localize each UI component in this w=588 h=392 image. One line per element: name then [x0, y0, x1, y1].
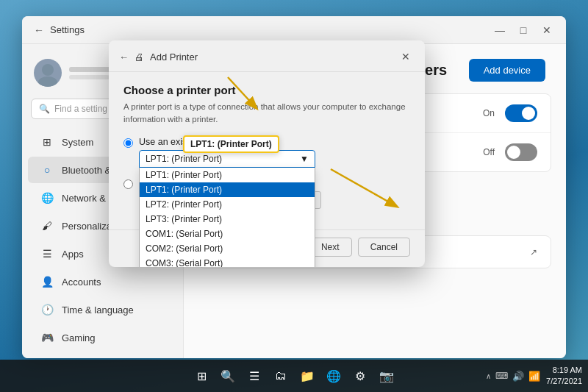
gaming-icon: 🎮	[40, 330, 54, 345]
dropdown-item-0[interactable]: LPT1: (Printer Port)	[140, 168, 315, 182]
radio-group: Use an existing port: LPT1: (Printer Por…	[123, 137, 410, 209]
taskbar-camera-button[interactable]: 📷	[375, 364, 398, 388]
toggle-off-text: Off	[483, 147, 495, 157]
port-tooltip: LPT1: (Printer Port)	[183, 135, 279, 153]
chevron-down-icon: ▼	[300, 154, 309, 164]
search-placeholder: Find a setting	[54, 104, 107, 114]
close-button[interactable]: ✕	[537, 20, 557, 40]
back-arrow-icon[interactable]: ←	[34, 24, 44, 36]
sidebar-item-accounts[interactable]: 👤 Accounts	[28, 268, 177, 295]
dialog-back-icon[interactable]: ←	[119, 51, 129, 63]
clock-date: 7/27/2021	[546, 376, 582, 387]
dropdown-selected-text: LPT1: (Printer Port)	[146, 154, 222, 164]
sidebar-item-label: Accounts	[62, 277, 101, 288]
dropdown-container: LPT1: (Printer Port) LPT1: (Printer Port…	[139, 150, 315, 168]
dialog-close-button[interactable]: ✕	[397, 48, 415, 65]
time-icon: 🕐	[40, 302, 54, 317]
dialog-subtitle: Choose a printer port	[123, 84, 410, 96]
taskbar-right: ∧ ⌨ 🔊 📶 8:19 AM 7/27/2021	[486, 365, 582, 388]
taskbar-search-button[interactable]: 🔍	[216, 364, 240, 388]
toggle-on-switch[interactable]	[505, 104, 537, 122]
keyboard-icon: ⌨	[495, 371, 508, 381]
system-tray: ∧ ⌨ 🔊 📶	[486, 371, 540, 382]
dropdown-list: LPT1: (Printer Port) LPT1: (Printer Port…	[139, 168, 315, 267]
dialog-title-bar: ← 🖨 Add Printer ✕	[109, 40, 425, 72]
avatar	[34, 59, 62, 87]
taskbar-explorer-button[interactable]: 📁	[295, 364, 319, 388]
bluetooth-icon: ○	[40, 163, 54, 177]
accounts-icon: 👤	[40, 274, 54, 289]
window-title: Settings	[50, 24, 85, 35]
system-icon: ⊞	[40, 135, 54, 149]
sidebar-item-time[interactable]: 🕐 Time & language	[28, 296, 177, 323]
svg-point-1	[38, 76, 57, 87]
add-printer-dialog: ← 🖨 Add Printer ✕ Choose a printer port …	[109, 40, 425, 267]
minimize-button[interactable]: —	[490, 20, 510, 40]
taskbar-settings-button[interactable]: ⚙	[348, 364, 372, 388]
dialog-title-left: ← 🖨 Add Printer	[119, 51, 198, 63]
port-tooltip-text: LPT1: (Printer Port)	[190, 139, 272, 149]
search-icon: 🔍	[39, 104, 50, 114]
sidebar-item-gaming[interactable]: 🎮 Gaming	[28, 324, 177, 351]
dialog-description: A printer port is a type of connection t…	[123, 101, 410, 126]
apps-icon: ☰	[40, 246, 54, 261]
taskbar-center: ⊞ 🔍 ☰ 🗂 📁 🌐 ⚙ 📷	[190, 364, 398, 388]
svg-point-0	[42, 64, 54, 76]
toggle-on-text: On	[483, 108, 495, 118]
add-device-button[interactable]: Add device	[469, 59, 545, 82]
dialog-printer-icon: 🖨	[135, 51, 144, 63]
toggle-off-switch[interactable]	[505, 143, 537, 161]
title-bar-left: ← Settings	[34, 24, 85, 36]
network-icon: 🌐	[40, 190, 54, 205]
dropdown-item-6[interactable]: COM3: (Serial Port)	[140, 256, 315, 267]
cancel-button[interactable]: Cancel	[358, 238, 410, 257]
tray-chevron-icon[interactable]: ∧	[486, 372, 491, 380]
external-link-icon: ↗	[530, 247, 537, 257]
dropdown-item-1[interactable]: LPT1: (Printer Port)	[140, 182, 315, 197]
title-bar-controls: — □ ✕	[490, 20, 557, 40]
taskbar-widgets-button[interactable]: 🗂	[269, 364, 293, 388]
sidebar-item-label: System	[62, 137, 93, 148]
sidebar-item-accessibility[interactable]: ♿ Accessibility	[28, 352, 177, 358]
radio-new-port[interactable]	[123, 179, 133, 189]
network-tray-icon[interactable]: 📶	[528, 371, 540, 382]
maximize-button[interactable]: □	[513, 20, 534, 40]
sidebar-item-label: Apps	[62, 249, 84, 260]
clock-time: 8:19 AM	[546, 365, 582, 376]
taskbar: ⊞ 🔍 ☰ 🗂 📁 🌐 ⚙ 📷 ∧ ⌨ 🔊 📶 8:19 AM 7/27/202…	[0, 360, 588, 392]
toggle-knob-2	[507, 146, 520, 159]
sidebar-item-label: Gaming	[62, 332, 96, 343]
radio-row-existing: Use an existing port: LPT1: (Printer Por…	[123, 137, 410, 171]
radio-existing-port[interactable]	[123, 138, 133, 148]
personalization-icon: 🖌	[40, 218, 54, 233]
volume-icon[interactable]: 🔊	[512, 371, 524, 382]
dropdown-item-3[interactable]: LPT3: (Printer Port)	[140, 212, 315, 227]
clock[interactable]: 8:19 AM 7/27/2021	[546, 365, 582, 388]
dialog-body: Choose a printer port A printer port is …	[109, 72, 425, 229]
taskbar-taskview-button[interactable]: ☰	[243, 364, 266, 388]
toggle-knob	[522, 107, 535, 120]
taskbar-start-button[interactable]: ⊞	[190, 364, 213, 388]
dropdown-item-2[interactable]: LPT2: (Printer Port)	[140, 197, 315, 212]
desktop: ← Settings — □ ✕	[0, 0, 588, 392]
dropdown-item-5[interactable]: COM2: (Serial Port)	[140, 241, 315, 256]
sidebar-item-label: Time & language	[62, 304, 134, 316]
dropdown-item-4[interactable]: COM1: (Serial Port)	[140, 227, 315, 241]
dialog-title-text: Add Printer	[150, 51, 198, 63]
taskbar-edge-button[interactable]: 🌐	[322, 364, 345, 388]
